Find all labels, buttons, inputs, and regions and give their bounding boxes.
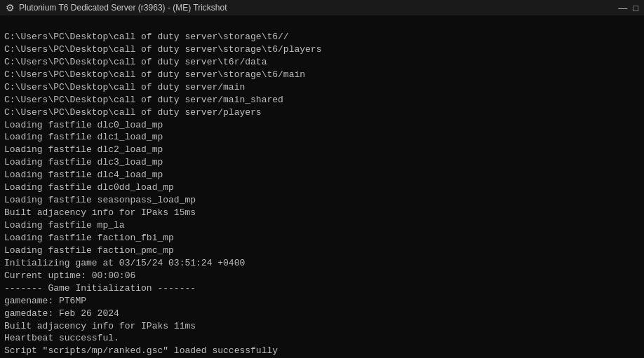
app-icon: ⚙ [6, 2, 15, 13]
console-line: C:\Users\PC\Desktop\call of duty server/… [4, 81, 640, 94]
console-line: ------- Game Initialization ------- [4, 282, 640, 295]
console-line: Loading fastfile dlc4_load_mp [4, 169, 640, 181]
console-line: Loading fastfile dlc1_load_mp [4, 131, 640, 144]
console-line: Current uptime: 00:00:06 [4, 270, 640, 282]
console-line: Loading fastfile dlc3_load_mp [4, 156, 640, 169]
maximize-button[interactable]: □ [633, 4, 638, 13]
console-line: C:\Users\PC\Desktop\call of duty server\… [4, 31, 640, 43]
console-line: Initializing game at 03/15/24 03:51:24 +… [4, 257, 640, 270]
console-line: C:\Users\PC\Desktop\call of duty server/… [4, 94, 640, 106]
console-line: C:\Users\PC\Desktop\call of duty server/… [4, 106, 640, 119]
title-bar-left: ⚙ Plutonium T6 Dedicated Server (r3963) … [6, 2, 227, 13]
title-bar: ⚙ Plutonium T6 Dedicated Server (r3963) … [0, 0, 644, 15]
console-line: Loading fastfile dlc2_load_mp [4, 144, 640, 156]
console-line: C:\Users\PC\Desktop\call of duty server\… [4, 43, 640, 56]
console-line: Loading fastfile seasonpass_load_mp [4, 194, 640, 207]
console-line: Built adjacency info for IPaks 15ms [4, 207, 640, 219]
console-line: gamename: PT6MP [4, 295, 640, 308]
console-output: C:\Users\PC\Desktop\call of duty server\… [0, 15, 644, 358]
console-line: C:\Users\PC\Desktop\call of duty server\… [4, 69, 640, 81]
console-line: Loading fastfile dlc0_load_mp [4, 119, 640, 132]
console-line: Script "scripts/mp/ranked.gsc" loaded su… [4, 345, 640, 357]
console-line: Loading fastfile mp_la [4, 219, 640, 232]
console-line: Built adjacency info for IPaks 11ms [4, 320, 640, 333]
console-line: Loading fastfile faction_fbi_mp [4, 232, 640, 245]
console-line: Loading fastfile dlc0dd_load_mp [4, 181, 640, 194]
title-bar-controls: — □ [618, 4, 638, 13]
minimize-button[interactable]: — [618, 4, 627, 13]
console-line: Heartbeat successful. [4, 332, 640, 345]
console-line: Loading fastfile faction_pmc_mp [4, 245, 640, 257]
console-line: gamedate: Feb 26 2024 [4, 308, 640, 320]
window-title: Plutonium T6 Dedicated Server (r3963) - … [19, 3, 227, 13]
console-line: C:\Users\PC\Desktop\call of duty server\… [4, 56, 640, 69]
